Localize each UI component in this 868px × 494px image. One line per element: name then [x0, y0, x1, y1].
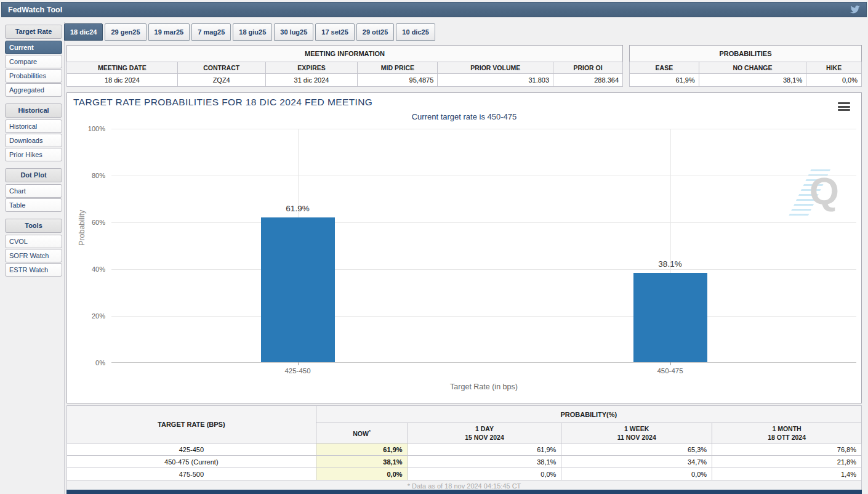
col-ease: EASE	[630, 62, 699, 74]
col-prior-oi: PRIOR OI	[553, 62, 623, 74]
bottom-border-bar	[66, 490, 862, 494]
table-row: 450-475 (Current) 38,1% 38,1% 34,7% 21,8…	[67, 456, 862, 468]
y-tick-label: 20%	[92, 312, 105, 320]
x-tick-mark	[298, 362, 299, 365]
rate-425-450: 425-450	[67, 443, 316, 456]
col-now: NOW*	[316, 423, 408, 443]
gridline	[111, 316, 856, 317]
contract-value: ZQZ4	[177, 74, 265, 87]
y-tick-label: 100%	[88, 125, 105, 132]
app-title: FedWatch Tool	[8, 6, 62, 14]
tab-29-ott25[interactable]: 29 ott25	[356, 23, 395, 41]
quikstrike-watermark: Q	[796, 169, 839, 219]
y-tick-label: 60%	[92, 219, 105, 226]
sidebar-header-target-rate: Target Rate	[5, 25, 62, 39]
sidebar-item-cvol[interactable]: CVOL	[5, 235, 62, 248]
probabilities-table: PROBABILITIES EASE NO CHANGE HIKE 61,9% …	[629, 45, 862, 87]
col-meeting-date: MEETING DATE	[67, 62, 178, 74]
now-475-500: 0,0%	[316, 468, 408, 480]
rate-450-475: 450-475 (Current)	[67, 456, 316, 468]
mid-price-value: 95,4875	[358, 74, 438, 87]
bar-value-label: 61.9%	[286, 204, 309, 213]
sidebar-header-dot-plot: Dot Plot	[5, 168, 62, 182]
expires-value: 31 dic 2024	[265, 74, 358, 87]
month-475-500: 1,4%	[712, 468, 862, 480]
target-rate-chart-panel: TARGET RATE PROBABILITIES FOR 18 DIC 202…	[66, 92, 862, 403]
sidebar: Target Rate Current Compare Probabilitie…	[5, 25, 62, 277]
week-450-475: 34,7%	[561, 456, 712, 468]
tab-10-dic25[interactable]: 10 dic25	[396, 23, 435, 41]
chart-plot-area: Q 0%20%40%60%80%100%61.9%425-45038.1%450…	[111, 129, 856, 363]
col-mid-price: MID PRICE	[358, 62, 438, 74]
y-tick-label: 40%	[92, 265, 105, 273]
col-prior-volume: PRIOR VOLUME	[438, 62, 553, 74]
chart-bar-425-450[interactable]	[261, 217, 335, 362]
col-1-month: 1 MONTH18 OTT 2024	[712, 423, 862, 443]
sidebar-header-tools: Tools	[5, 219, 62, 233]
sidebar-item-sofr-watch[interactable]: SOFR Watch	[5, 249, 62, 262]
col-1-day: 1 DAY15 NOV 2024	[408, 423, 561, 443]
x-axis-title: Target Rate (in bps)	[111, 383, 856, 391]
gridline	[111, 269, 856, 270]
tab-18-dic24[interactable]: 18 dic24	[64, 23, 103, 41]
week-475-500: 0,0%	[561, 468, 712, 480]
month-450-475: 21,8%	[712, 456, 862, 468]
day-425-450: 61,9%	[408, 443, 561, 456]
x-tick-label: 425-450	[284, 367, 310, 375]
col-no-change: NO CHANGE	[699, 62, 806, 74]
x-tick-mark	[670, 362, 671, 365]
x-tick-label: 450-475	[657, 367, 683, 375]
app-titlebar: FedWatch Tool	[1, 2, 867, 17]
gridline	[111, 222, 856, 223]
chart-subtitle: Current target rate is 450-475	[67, 112, 861, 121]
sidebar-header-historical: Historical	[5, 103, 62, 118]
tab-30-lug25[interactable]: 30 lug25	[274, 23, 313, 41]
bar-value-label: 38.1%	[658, 259, 681, 269]
y-tick-label: 0%	[95, 359, 105, 366]
sidebar-item-compare[interactable]: Compare	[5, 55, 62, 68]
day-475-500: 0,0%	[408, 468, 561, 480]
meeting-date-value: 18 dic 2024	[67, 74, 178, 87]
chart-title: TARGET RATE PROBABILITIES FOR 18 DIC 202…	[73, 97, 372, 108]
probability-history-table: TARGET RATE (BPS) PROBABILITY(%) NOW* 1 …	[66, 405, 862, 492]
sidebar-item-current[interactable]: Current	[5, 41, 62, 54]
now-450-475: 38,1%	[316, 456, 408, 468]
sidebar-item-downloads[interactable]: Downloads	[5, 134, 62, 147]
sidebar-item-prior-hikes[interactable]: Prior Hikes	[5, 148, 62, 161]
gridline	[111, 129, 856, 129]
probabilities-title: PROBABILITIES	[630, 46, 862, 62]
tab-29-gen25[interactable]: 29 gen25	[105, 23, 146, 41]
sidebar-item-chart[interactable]: Chart	[5, 184, 62, 198]
sidebar-item-aggregated[interactable]: Aggregated	[5, 83, 62, 97]
tab-18-giu25[interactable]: 18 giu25	[233, 23, 272, 41]
hike-value: 0,0%	[806, 74, 862, 87]
y-axis-title: Probability	[78, 210, 86, 246]
tab-7-mag25[interactable]: 7 mag25	[191, 23, 231, 41]
rate-475-500: 475-500	[67, 468, 316, 480]
sidebar-item-estr-watch[interactable]: ESTR Watch	[5, 263, 62, 277]
col-expires: EXPIRES	[265, 62, 358, 74]
rate-header: TARGET RATE (BPS)	[67, 406, 316, 443]
sidebar-divider	[64, 22, 65, 494]
meeting-information-title: MEETING INFORMATION	[67, 46, 623, 62]
meeting-tabs: 18 dic24 29 gen25 19 mar25 7 mag25 18 gi…	[64, 23, 437, 41]
no-change-value: 38,1%	[699, 74, 806, 87]
chart-bar-450-475[interactable]	[633, 273, 707, 362]
sidebar-item-table[interactable]: Table	[5, 198, 62, 212]
sidebar-item-historical[interactable]: Historical	[5, 119, 62, 133]
now-425-450: 61,9%	[316, 443, 408, 456]
week-425-450: 65,3%	[561, 443, 712, 456]
month-425-450: 76,8%	[712, 443, 862, 456]
sidebar-item-probabilities[interactable]: Probabilities	[5, 69, 62, 83]
day-450-475: 38,1%	[408, 456, 561, 468]
table-row: 475-500 0,0% 0,0% 0,0% 1,4%	[67, 468, 862, 480]
col-hike: HIKE	[806, 62, 862, 74]
twitter-icon[interactable]	[849, 4, 861, 15]
y-tick-label: 80%	[92, 172, 105, 179]
meeting-information-table: MEETING INFORMATION MEETING DATE CONTRAC…	[66, 45, 623, 87]
col-contract: CONTRACT	[177, 62, 265, 74]
probability-group-header: PROBABILITY(%)	[316, 406, 861, 423]
chart-menu-icon[interactable]	[838, 102, 850, 113]
tab-17-set25[interactable]: 17 set25	[315, 23, 354, 41]
tab-19-mar25[interactable]: 19 mar25	[148, 23, 190, 41]
